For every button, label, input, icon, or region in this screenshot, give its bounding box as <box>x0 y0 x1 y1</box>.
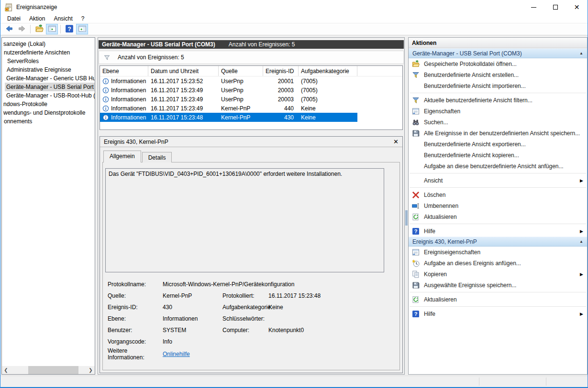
back-arrow-button[interactable] <box>3 24 15 34</box>
action-item[interactable]: Aktuelle benutzerdefinierte Ansicht filt… <box>409 95 587 106</box>
action-item[interactable]: Alle Ereignisse in der benutzerdefiniert… <box>409 128 587 139</box>
action-item[interactable]: Suchen... <box>409 117 587 128</box>
save-icon <box>412 129 420 137</box>
open-saved-log-button[interactable] <box>33 24 45 34</box>
cell-text: 16.11.2017 15:23:52 <box>151 78 203 85</box>
scrollbar-track[interactable] <box>10 366 87 374</box>
action-item[interactable]: Benutzerdefinierte Ansicht erstellen... <box>409 69 587 80</box>
action-pane-toggle-button[interactable] <box>76 24 88 34</box>
column-header[interactable]: Aufgabenkategorie <box>299 66 357 76</box>
tree-item[interactable]: wendungs- und Dienstprotokolle <box>2 108 95 117</box>
help-button[interactable]: ? <box>63 24 75 34</box>
action-item-label: Hilfe <box>424 228 580 235</box>
tree-item[interactable]: ServerRoles <box>2 57 95 65</box>
action-item[interactable]: Benutzerdefinierte Ansicht exportieren..… <box>409 139 587 150</box>
field-row: Ebene:InformationenSchlüsselwörter: <box>108 313 397 324</box>
collapse-arrow-icon[interactable]: ▲ <box>579 51 583 55</box>
action-group-title: Ereignis 430, Kernel-PnP <box>412 238 579 245</box>
cell-text: Keine <box>301 114 316 121</box>
tree-item[interactable]: onnements <box>2 117 95 126</box>
action-item[interactable]: Aktualisieren <box>409 294 587 305</box>
event-row[interactable]: Informationen16.11.2017 15:23:52UserPnp2… <box>100 76 357 86</box>
maximize-button[interactable] <box>544 0 566 14</box>
action-item[interactable]: Ansicht▶ <box>409 175 587 186</box>
tree-item[interactable]: Geräte-Manager - USB Serial Port (C <box>2 83 95 91</box>
menu-item-ansicht[interactable]: Ansicht <box>49 14 77 23</box>
field-value: Info <box>163 338 397 345</box>
tree-item[interactable]: nutzerdefinierte Ansichten <box>2 48 95 57</box>
action-item[interactable]: ?Hilfe▶ <box>409 226 587 237</box>
column-header[interactable]: Datum und Uhrzeit <box>148 66 219 76</box>
status-bar-separator <box>546 377 546 386</box>
action-item[interactable]: Ereigniseigenschaften <box>409 247 587 258</box>
scroll-right-icon[interactable]: ❯ <box>87 366 95 374</box>
tree-item-label: Geräte-Manager - USB-Root-Hub (U <box>5 91 95 100</box>
action-item[interactable]: Benutzerdefinierte Ansicht kopieren... <box>409 150 587 161</box>
minimize-button[interactable] <box>523 0 544 14</box>
action-item[interactable]: Aktualisieren <box>409 211 587 222</box>
action-item-label: Benutzerdefinierte Ansicht erstellen... <box>424 72 587 78</box>
actions-vertical-scrollbar[interactable] <box>405 37 408 375</box>
action-item[interactable]: Aufgabe an diese benutzerdefinierte Ansi… <box>409 161 587 172</box>
event-row[interactable]: Informationen16.11.2017 15:23:49UserPnp2… <box>100 86 357 95</box>
tree-item[interactable]: Geräte-Manager - USB-Root-Hub (U <box>2 91 95 100</box>
event-message-box[interactable]: Das Gerät "FTDIBUS\VID_0403+PID_6001+130… <box>105 168 384 272</box>
console-tree-toggle-button[interactable] <box>46 24 58 34</box>
action-item[interactable]: ?Hilfe▶ <box>409 308 587 319</box>
action-item-label: Aufgabe an diese benutzerdefinierte Ansi… <box>424 163 587 170</box>
tab-allgemein[interactable]: Allgemein <box>103 151 141 162</box>
toolbar-separator <box>30 25 31 33</box>
event-row[interactable]: Informationen16.11.2017 15:23:49UserPnp2… <box>100 95 357 104</box>
event-cell: Informationen <box>100 114 148 121</box>
column-header[interactable]: Ereignis-ID <box>263 66 299 76</box>
svg-text:?: ? <box>67 25 71 32</box>
event-row[interactable]: Informationen16.11.2017 15:23:49Kernel-P… <box>100 104 357 113</box>
action-item[interactable]: Aufgabe an dieses Ereignis anfügen... <box>409 258 587 269</box>
close-icon: ✕ <box>574 4 580 11</box>
column-header[interactable]: Quelle <box>219 66 263 76</box>
no-icon <box>412 82 420 90</box>
minimize-icon <box>531 7 536 8</box>
collapse-arrow-icon[interactable]: ▲ <box>579 239 583 244</box>
filter-bar: Anzahl von Ereignissen: 5 <box>99 51 404 64</box>
action-item[interactable]: Ausgewählte Ereignisse speichern... <box>409 280 587 291</box>
results-pane: Geräte-Manager - USB Serial Port (COM3) … <box>98 37 405 375</box>
help-icon: ? <box>412 227 420 235</box>
preview-close-icon[interactable]: ✕ <box>393 139 399 145</box>
tree-item[interactable]: sanzeige (Lokal) <box>2 40 95 48</box>
event-cell: (7005) <box>299 87 357 94</box>
action-item[interactable]: Benutzerdefinierte Ansicht importieren..… <box>409 80 587 91</box>
cell-text: 16.11.2017 15:23:49 <box>151 105 203 112</box>
menu-item-?[interactable]: ? <box>77 14 89 23</box>
menu-item-aktion[interactable]: Aktion <box>25 14 49 23</box>
tab-details[interactable]: Details <box>142 152 172 162</box>
field-value: SYSTEM <box>163 327 222 334</box>
menu-item-datei[interactable]: Datei <box>3 14 25 23</box>
action-item[interactable]: Umbenennen <box>409 200 587 211</box>
action-item[interactable]: Eigenschaften <box>409 106 587 117</box>
tree-horizontal-scrollbar[interactable]: ❮ ❯ <box>2 366 95 374</box>
help-icon: ? <box>412 310 420 318</box>
online-help-link[interactable]: Onlinehilfe <box>163 351 190 357</box>
action-item[interactable]: Kopieren▶ <box>409 269 587 280</box>
field-value: Knotenpunkt0 <box>268 327 397 334</box>
field-label: Protokollname: <box>108 281 163 288</box>
event-cell: Informationen <box>100 96 148 103</box>
event-fields: Protokollname:Microsoft-Windows-Kernel-P… <box>108 279 397 359</box>
action-item[interactable]: Gespeicherte Protokolldatei öffnen... <box>409 58 587 69</box>
close-button[interactable]: ✕ <box>566 0 588 14</box>
column-header[interactable]: Ebene <box>100 66 148 76</box>
scrollbar-thumb[interactable] <box>28 366 78 374</box>
action-item[interactable]: Löschen <box>409 189 587 200</box>
action-group-header[interactable]: Ereignis 430, Kernel-PnP▲ <box>409 237 587 247</box>
event-row[interactable]: Informationen16.11.2017 15:23:48Kernel-P… <box>100 113 357 122</box>
scrollbar-thumb[interactable] <box>405 210 408 226</box>
scroll-left-icon[interactable]: ❮ <box>2 366 10 374</box>
tree-item[interactable]: Geräte-Manager - Generic USB Hub <box>2 74 95 83</box>
cell-text: 16.11.2017 15:23:48 <box>151 114 203 121</box>
tree-item[interactable]: ndows-Protokolle <box>2 100 95 108</box>
toolbar-separator <box>60 25 61 33</box>
forward-arrow-button[interactable] <box>16 24 28 34</box>
action-group-header[interactable]: Geräte-Manager - USB Serial Port (COM3)▲ <box>409 48 587 58</box>
tree-item[interactable]: Administrative Ereignisse <box>2 65 95 74</box>
